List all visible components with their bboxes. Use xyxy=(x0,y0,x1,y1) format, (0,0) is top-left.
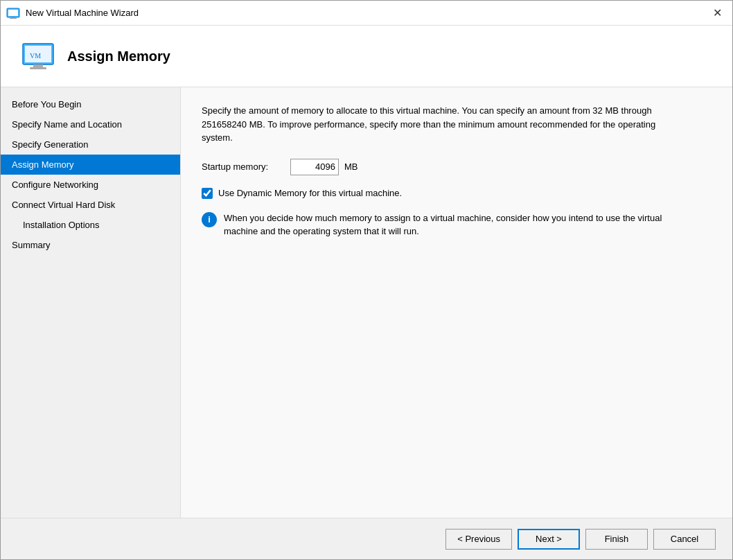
dynamic-memory-row: Use Dynamic Memory for this virtual mach… xyxy=(202,188,712,199)
title-bar: New Virtual Machine Wizard ✕ xyxy=(1,1,732,26)
next-button[interactable]: Next > xyxy=(518,529,580,550)
wizard-window: New Virtual Machine Wizard ✕ VM Assign M… xyxy=(0,0,733,560)
main-content: Specify the amount of memory to allocate… xyxy=(181,87,732,518)
sidebar-item-specify-generation[interactable]: Specify Generation xyxy=(1,134,180,155)
memory-label: Startup memory: xyxy=(202,161,285,172)
svg-rect-6 xyxy=(33,64,43,67)
sidebar-item-before-you-begin[interactable]: Before You Begin xyxy=(1,94,180,114)
info-icon: i xyxy=(202,212,217,227)
sidebar-item-assign-memory[interactable]: Assign Memory xyxy=(1,155,180,175)
info-box: i When you decide how much memory to ass… xyxy=(202,211,673,238)
sidebar-item-summary[interactable]: Summary xyxy=(1,235,180,255)
svg-text:VM: VM xyxy=(30,52,41,60)
dynamic-memory-label: Use Dynamic Memory for this virtual mach… xyxy=(218,188,402,198)
memory-unit: MB xyxy=(344,161,358,172)
header-vm-icon: VM xyxy=(21,40,55,73)
finish-button[interactable]: Finish xyxy=(585,529,648,550)
sidebar-item-specify-name[interactable]: Specify Name and Location xyxy=(1,114,180,134)
previous-button[interactable]: < Previous xyxy=(445,529,512,550)
description-text: Specify the amount of memory to allocate… xyxy=(202,104,673,145)
sidebar-item-connect-vhd[interactable]: Connect Virtual Hard Disk xyxy=(1,195,180,215)
info-text: When you decide how much memory to assig… xyxy=(224,211,673,238)
window-title: New Virtual Machine Wizard xyxy=(26,8,707,18)
window-icon xyxy=(6,6,20,20)
content-area: Before You Begin Specify Name and Locati… xyxy=(1,87,732,518)
sidebar-item-configure-networking[interactable]: Configure Networking xyxy=(1,175,180,195)
footer: < Previous Next > Finish Cancel xyxy=(1,518,732,559)
cancel-button[interactable]: Cancel xyxy=(653,529,716,550)
sidebar-item-installation-options[interactable]: Installation Options xyxy=(1,215,180,235)
close-button[interactable]: ✕ xyxy=(707,3,727,23)
sidebar: Before You Begin Specify Name and Locati… xyxy=(1,87,181,518)
svg-rect-3 xyxy=(10,18,17,19)
page-title: Assign Memory xyxy=(67,49,170,64)
header-section: VM Assign Memory xyxy=(1,26,732,87)
startup-memory-input[interactable] xyxy=(290,159,339,175)
svg-rect-1 xyxy=(8,10,18,16)
memory-row: Startup memory: MB xyxy=(202,159,712,175)
dynamic-memory-checkbox[interactable] xyxy=(202,188,213,199)
svg-rect-7 xyxy=(30,67,46,69)
